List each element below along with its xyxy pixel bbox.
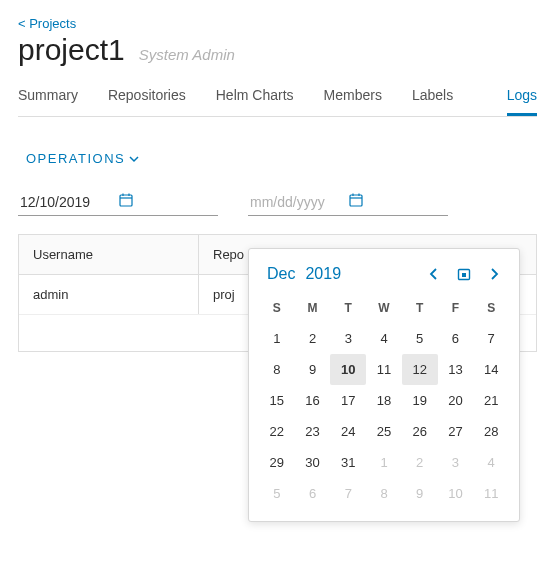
calendar-grid: SMTWTFS123456789101112131415161718192021… — [259, 293, 509, 509]
chevron-right-icon — [487, 267, 501, 281]
date-to-placeholder: mm/dd/yyyy — [250, 194, 348, 210]
tab-labels[interactable]: Labels — [412, 77, 453, 116]
calendar-icon[interactable] — [348, 192, 446, 211]
today-button[interactable] — [457, 267, 471, 281]
calendar-day[interactable]: 20 — [438, 385, 474, 416]
calendar-day[interactable]: 11 — [366, 354, 402, 385]
calendar-day[interactable]: 10 — [330, 354, 366, 385]
th-username[interactable]: Username — [19, 235, 199, 274]
calendar-day[interactable]: 3 — [330, 323, 366, 354]
calendar-today-icon — [457, 267, 471, 281]
date-to-field[interactable]: mm/dd/yyyy — [248, 188, 448, 216]
calendar-day[interactable]: 21 — [473, 385, 509, 416]
calendar-day[interactable]: 16 — [295, 385, 331, 416]
calendar-day[interactable]: 30 — [295, 447, 331, 478]
calendar-day[interactable]: 14 — [473, 354, 509, 385]
calendar-day[interactable]: 23 — [295, 416, 331, 447]
svg-rect-4 — [350, 195, 362, 206]
svg-rect-9 — [462, 273, 466, 277]
calendar-day[interactable]: 9 — [295, 354, 331, 385]
date-picker: Dec 2019 SMTWTFS123456789101112131415161… — [248, 248, 520, 522]
calendar-day[interactable]: 2 — [295, 323, 331, 354]
calendar-day: 8 — [366, 478, 402, 509]
tab-summary[interactable]: Summary — [18, 77, 78, 116]
calendar-day: 9 — [402, 478, 438, 509]
calendar-day[interactable]: 15 — [259, 385, 295, 416]
date-from-value: 12/10/2019 — [20, 194, 118, 210]
calendar-day[interactable]: 19 — [402, 385, 438, 416]
calendar-day[interactable]: 7 — [473, 323, 509, 354]
calendar-day: 3 — [438, 447, 474, 478]
tabs: SummaryRepositoriesHelm ChartsMembersLab… — [18, 77, 537, 117]
dow-header: T — [402, 293, 438, 323]
calendar-day[interactable]: 4 — [366, 323, 402, 354]
dow-header: S — [473, 293, 509, 323]
back-link[interactable]: < Projects — [18, 16, 76, 31]
page-title: project1 — [18, 33, 125, 67]
calendar-day[interactable]: 25 — [366, 416, 402, 447]
tab-members[interactable]: Members — [324, 77, 382, 116]
calendar-day: 7 — [330, 478, 366, 509]
calendar-day[interactable]: 26 — [402, 416, 438, 447]
next-month-button[interactable] — [487, 267, 501, 281]
date-range-row: 12/10/2019 mm/dd/yyyy — [18, 188, 537, 216]
calendar-day[interactable]: 1 — [259, 323, 295, 354]
dow-header: S — [259, 293, 295, 323]
calendar-day: 5 — [259, 478, 295, 509]
calendar-day: 11 — [473, 478, 509, 509]
date-from-field[interactable]: 12/10/2019 — [18, 188, 218, 216]
calendar-day: 4 — [473, 447, 509, 478]
calendar-day[interactable]: 18 — [366, 385, 402, 416]
calendar-day[interactable]: 28 — [473, 416, 509, 447]
calendar-day[interactable]: 8 — [259, 354, 295, 385]
chevron-down-icon — [129, 154, 139, 164]
date-picker-header: Dec 2019 — [259, 265, 509, 293]
picker-year-button[interactable]: 2019 — [305, 265, 341, 283]
calendar-day[interactable]: 17 — [330, 385, 366, 416]
calendar-day[interactable]: 6 — [438, 323, 474, 354]
calendar-day: 2 — [402, 447, 438, 478]
calendar-day[interactable]: 29 — [259, 447, 295, 478]
calendar-day[interactable]: 22 — [259, 416, 295, 447]
svg-rect-0 — [120, 195, 132, 206]
calendar-day: 10 — [438, 478, 474, 509]
calendar-day: 6 — [295, 478, 331, 509]
cell-username: admin — [19, 275, 199, 314]
tab-logs[interactable]: Logs — [507, 77, 537, 116]
calendar-day[interactable]: 31 — [330, 447, 366, 478]
calendar-day[interactable]: 12 — [402, 354, 438, 385]
operations-dropdown[interactable]: OPERATIONS — [26, 151, 537, 166]
tab-helm-charts[interactable]: Helm Charts — [216, 77, 294, 116]
picker-month-button[interactable]: Dec — [267, 265, 295, 283]
calendar-day[interactable]: 5 — [402, 323, 438, 354]
dow-header: T — [330, 293, 366, 323]
calendar-icon[interactable] — [118, 192, 216, 211]
title-row: project1 System Admin — [18, 33, 537, 67]
page-subtitle: System Admin — [139, 46, 235, 63]
dow-header: M — [295, 293, 331, 323]
operations-label: OPERATIONS — [26, 151, 125, 166]
tab-repositories[interactable]: Repositories — [108, 77, 186, 116]
calendar-day: 1 — [366, 447, 402, 478]
calendar-day[interactable]: 27 — [438, 416, 474, 447]
chevron-left-icon — [427, 267, 441, 281]
calendar-day[interactable]: 24 — [330, 416, 366, 447]
dow-header: W — [366, 293, 402, 323]
calendar-day[interactable]: 13 — [438, 354, 474, 385]
dow-header: F — [438, 293, 474, 323]
prev-month-button[interactable] — [427, 267, 441, 281]
